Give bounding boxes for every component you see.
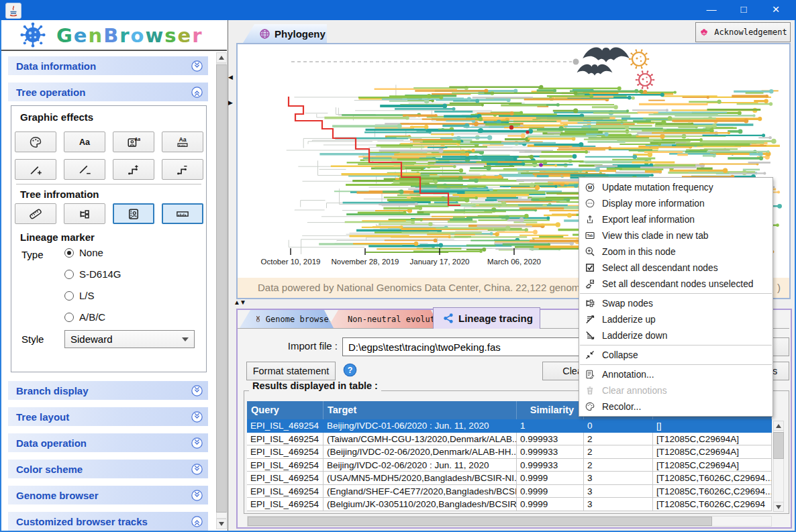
- sidebar-section-branch-display[interactable]: Branch display: [8, 381, 208, 400]
- section-chevron[interactable]: [191, 490, 203, 501]
- menu-item-select-all-nodes[interactable]: Select all descendant nodes: [579, 260, 773, 276]
- sidebar-scroll-thumb[interactable]: [216, 64, 227, 513]
- close-button[interactable]: ×: [762, 0, 789, 20]
- sidebar-section-data-information[interactable]: Data information: [8, 56, 208, 75]
- table-row[interactable]: EPI_ISL_469254(Taiwan/CGMH-CGU-13/2020,D…: [247, 433, 772, 446]
- menu-separator: [580, 293, 772, 294]
- lineage-type-option-a-b-c[interactable]: A/B/C: [64, 311, 105, 323]
- table-cell: [T12085C,T6026C,C29694: [653, 498, 772, 511]
- menu-item-recolor[interactable]: Recolor...: [579, 398, 773, 415]
- effect-label-font-button[interactable]: Aa: [113, 131, 154, 152]
- table-cell: [T12085C,C29694A]: [653, 433, 772, 446]
- menu-item-label: Set all descendant nodes unselected: [602, 279, 754, 289]
- treeinfo-topology-button[interactable]: [64, 203, 105, 224]
- effect-palette-button[interactable]: [15, 131, 56, 152]
- column-header-similarity[interactable]: Similarity: [517, 401, 584, 419]
- effect-branch-plus-button[interactable]: [15, 159, 56, 180]
- style-dropdown[interactable]: Sideward: [64, 330, 195, 348]
- lineage-type-option-none[interactable]: None: [64, 247, 103, 258]
- column-header-query[interactable]: Query: [247, 401, 324, 419]
- clear-annotations-icon: [584, 385, 596, 396]
- table-row[interactable]: EPI_ISL_469254(England/SHEF-C4E77/2020,B…: [247, 485, 772, 498]
- section-chevron[interactable]: [191, 464, 203, 475]
- splitter-expand-right[interactable]: ▶: [228, 99, 233, 106]
- lineage-type-option-s-d614g[interactable]: S-D614G: [64, 268, 121, 280]
- collapse-icon: [584, 350, 596, 360]
- sidebar-section-label: Genome browser: [16, 490, 99, 501]
- radio-icon: [64, 270, 74, 279]
- horizontal-splitter-handle[interactable]: ▲▼: [234, 299, 246, 306]
- table-row[interactable]: EPI_ISL_469254(Beijing/IVDC-02-06/2020,D…: [247, 445, 772, 459]
- menu-item-label: Zoom in this node: [602, 247, 676, 257]
- treeinfo-ruler-button[interactable]: [162, 203, 203, 224]
- path-plus-icon: [127, 163, 140, 176]
- menu-item-ladderize-down[interactable]: Ladderize down: [579, 327, 773, 343]
- menu-item-unselect-all-nodes[interactable]: Set all descendant nodes unselected: [579, 276, 773, 292]
- menu-item-ladderize-up[interactable]: Ladderize up: [579, 311, 773, 327]
- maximize-button[interactable]: □: [730, 0, 757, 20]
- splitter-collapse-left[interactable]: ◀: [228, 74, 233, 81]
- tab-genome-browser[interactable]: Genome browser: [240, 310, 334, 328]
- section-chevron[interactable]: [191, 60, 203, 72]
- table-row[interactable]: EPI_ISL_469254Beijing/IVDC-02-06/2020 : …: [247, 459, 772, 472]
- svg-text:?: ?: [348, 366, 353, 375]
- lineage-type-option-l-s[interactable]: L/S: [64, 290, 95, 301]
- table-cell: [T12085C,T6026C,C29694...: [653, 472, 772, 485]
- collapse-icon: [585, 350, 595, 360]
- sidebar-section-tree-layout[interactable]: Tree layout: [8, 407, 208, 426]
- minimize-button[interactable]: —: [698, 0, 725, 20]
- menu-item-update-mutation-frequency[interactable]: MUpdate mutation frequency: [579, 179, 773, 195]
- menu-item-display-more-information[interactable]: Display more information: [579, 195, 773, 211]
- sidebar-section-tree-operation[interactable]: Tree operation: [8, 83, 208, 101]
- menu-item-collapse[interactable]: Collapse: [579, 347, 773, 363]
- table-row[interactable]: EPI_ISL_469254(Belgium/JK-0305110/2020,B…: [247, 498, 772, 511]
- select-all-nodes-icon: [584, 262, 596, 273]
- sidebar-scroll-down[interactable]: [216, 519, 227, 529]
- treeinfo-badge-button[interactable]: [113, 203, 154, 224]
- treeinfo-ruler-diagonal-button[interactable]: [15, 203, 56, 224]
- menu-item-view-clade-new-tab[interactable]: TabView this clade in new tab: [579, 227, 773, 244]
- style-label: Style: [21, 333, 44, 345]
- annotation-icon: [585, 369, 595, 380]
- table-scroll-thumb[interactable]: [773, 432, 784, 459]
- format-statement-button[interactable]: Format statement: [246, 362, 336, 380]
- table-row[interactable]: EPI_ISL_469254Beijing/IVDC-01-06/2020 : …: [247, 419, 772, 433]
- table-hscroll-thumb[interactable]: [248, 517, 712, 526]
- menu-item-export-leaf-information[interactable]: Export leaf information: [579, 211, 773, 227]
- sidebar-section-label: Data operation: [16, 437, 87, 449]
- menu-separator: [580, 345, 772, 345]
- sidebar-scroll-up[interactable]: [216, 52, 227, 63]
- logo-letter: B: [103, 24, 119, 47]
- section-chevron[interactable]: [191, 385, 203, 396]
- table-row[interactable]: EPI_ISL_469254(USA/MN5-MDH5/2020,Banglad…: [247, 472, 772, 485]
- table-scroll-down[interactable]: [773, 502, 784, 512]
- section-chevron[interactable]: [191, 516, 203, 527]
- column-header-target[interactable]: Target: [324, 401, 517, 419]
- acknowledgement-button[interactable]: Acknowledgement: [695, 22, 791, 42]
- menu-item-swap-nodes[interactable]: Swap nodes: [579, 295, 773, 311]
- lineage-marker-title: Lineage marker: [20, 231, 95, 243]
- font-icon: Aa: [78, 136, 91, 149]
- effect-font-button[interactable]: Aa: [64, 131, 105, 152]
- effect-font-ruler-button[interactable]: Aa: [162, 131, 203, 152]
- help-icon[interactable]: ?: [343, 363, 357, 380]
- tab-phylogeny[interactable]: Phylogeny: [243, 24, 327, 43]
- effect-branch-minus-button[interactable]: [64, 159, 105, 180]
- section-chevron[interactable]: [191, 87, 203, 98]
- table-cell: (Beijing/IVDC-02-06/2020,Denmark/ALAB-HH…: [324, 445, 517, 459]
- sidebar-section-data-operation[interactable]: Data operation: [8, 433, 208, 452]
- table-cell: 3: [584, 472, 653, 485]
- menu-item-annotation[interactable]: Annotation...: [579, 366, 773, 382]
- tab-non-neutral-evolution[interactable]: Non-neutral evolution: [328, 310, 440, 328]
- table-scroll-up[interactable]: [773, 421, 784, 431]
- section-chevron[interactable]: [191, 411, 203, 423]
- logo-letter: w: [146, 24, 165, 47]
- section-chevron[interactable]: [191, 437, 203, 449]
- sidebar-section-genome-browser[interactable]: Genome browser: [8, 486, 208, 504]
- sidebar-section-color-scheme[interactable]: Color scheme: [8, 460, 208, 478]
- effect-path-minus-button[interactable]: [162, 159, 203, 180]
- tab-lineage-tracing[interactable]: Lineage tracing: [433, 307, 540, 329]
- menu-item-zoom-in-node[interactable]: Zoom in this node: [579, 244, 773, 260]
- sidebar-section-customized-browser-tracks[interactable]: Customized browser tracks: [8, 512, 208, 531]
- effect-path-plus-button[interactable]: [113, 159, 154, 180]
